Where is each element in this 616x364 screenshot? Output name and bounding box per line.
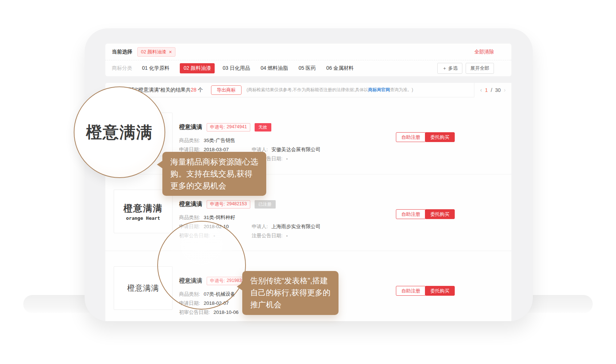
tooltip-marketplace: 海量精品商标资源随心选 购。支持在线交易,获得 更多的交易机会 (162, 152, 266, 196)
category-row-label: 商标分类 (112, 65, 132, 72)
results-count: 28 (191, 87, 196, 93)
trademark-office-link[interactable]: 商标局官网 (368, 87, 390, 92)
category-item-04[interactable]: 04 燃料油脂 (260, 65, 288, 72)
category-actions: ＋ 多选 展开全部 (437, 63, 494, 74)
trademark-image-text: 橙意满满 (123, 202, 163, 214)
pagination: ‹ 1 / 30 › (474, 83, 511, 97)
entrust-buy-button[interactable]: 委托购买 (425, 286, 455, 296)
magnified-trademark-text: 橙意满满 (86, 122, 153, 143)
current-selection-label: 当前选择 (112, 49, 132, 55)
trademark-name: 橙意满满 (179, 201, 202, 208)
tooltip-arrow-left-icon (237, 283, 243, 291)
export-trademark-button[interactable]: 导出商标 (211, 85, 242, 95)
entrust-buy-button[interactable]: 委托购买 (425, 132, 455, 142)
status-badge: 已注册 (255, 200, 276, 209)
tooltip-arrow-left-icon (157, 161, 163, 169)
self-register-button[interactable]: 自助注册 (396, 286, 426, 296)
trademark-image-text: 橙意满满 (127, 283, 159, 293)
remove-filter-icon[interactable]: × (169, 49, 172, 54)
filter-panel: 当前选择 02 颜料油漆 × 全部清除 商标分类 01 化学原料 02 颜料油漆… (105, 44, 511, 76)
category-row: 商标分类 01 化学原料 02 颜料油漆 03 日化用品 04 燃料油脂 05 … (105, 60, 511, 76)
category-item-06[interactable]: 06 金属材料 (326, 65, 353, 72)
chevron-right-icon[interactable]: › (504, 86, 506, 94)
page: 当前选择 02 颜料油漆 × 全部清除 商标分类 01 化学原料 02 颜料油漆… (0, 0, 616, 364)
application-number-tag: 申请号:29482153 (207, 200, 250, 209)
selected-filter-chip-text: 02 颜料油漆 (141, 49, 166, 55)
pagination-total: 30 (495, 87, 501, 93)
category-item-02-selected[interactable]: 02 颜料油漆 (180, 63, 214, 73)
category-line: 商品类别:31类-饲料种籽 (179, 213, 404, 222)
self-register-button[interactable]: 自助注册 (396, 132, 426, 142)
trademark-image-subtext: orange Heart (126, 215, 160, 221)
trademark-name: 橙意满满 (179, 124, 202, 131)
magnifier-circle-ring (157, 221, 246, 310)
self-register-button[interactable]: 自助注册 (396, 209, 426, 219)
magnifier-circle-zoomed: 橙意满满 (74, 86, 165, 178)
disclaimer-note: (商标检索结果仅供参考,不作为商标能否注册的法律依据;具体以商标局官网查询为准。… (247, 87, 413, 93)
category-line: 商品类别:35类-广告销售 (179, 136, 404, 145)
category-item-05[interactable]: 05 医药 (299, 65, 316, 72)
results-header: 检索到“橙意满满”相关的结果共28 个 导出商标 (商标检索结果仅供参考,不作为… (105, 83, 511, 97)
multi-select-button[interactable]: ＋ 多选 (437, 63, 462, 74)
entrust-buy-button[interactable]: 委托购买 (425, 209, 455, 219)
clear-all-button[interactable]: 全部清除 (474, 49, 494, 55)
expand-all-button[interactable]: 展开全部 (466, 63, 494, 74)
pagination-separator: / (491, 87, 492, 93)
category-item-01[interactable]: 01 化学原料 (142, 65, 169, 72)
status-badge: 无效 (255, 123, 271, 132)
application-number-tag: 申请号:29474941 (207, 123, 250, 132)
selected-filter-chip: 02 颜料油漆 × (137, 47, 175, 57)
tooltip-promotion: 告别传统“发表格”,搭建 自己的标行,获得更多的 推广机会 (242, 271, 339, 315)
chevron-left-icon[interactable]: ‹ (480, 86, 482, 94)
pagination-current: 1 (485, 87, 488, 93)
category-item-03[interactable]: 03 日化用品 (223, 65, 250, 72)
trademark-image[interactable]: 橙意满满 orange Heart (114, 190, 173, 233)
current-selection-row: 当前选择 02 颜料油漆 × 全部清除 (105, 44, 511, 60)
